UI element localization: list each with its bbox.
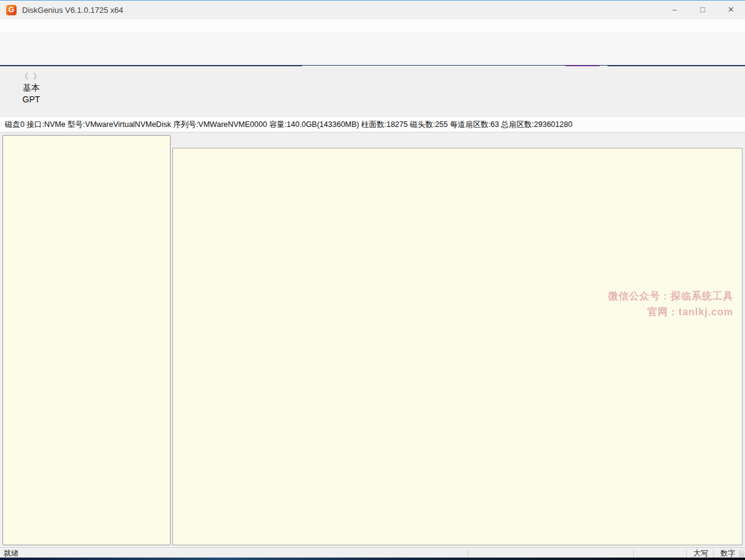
resize-grip[interactable] (738, 551, 744, 557)
watermark-line1: 微信公众号：探临系统工具 (608, 288, 733, 304)
right-panel: 微信公众号：探临系统工具 官网：tanlkj.com (172, 132, 743, 545)
taskbar-edge (0, 558, 745, 560)
watermark: 微信公众号：探临系统工具 官网：tanlkj.com (608, 288, 733, 320)
partition-parameters-content: 微信公众号：探临系统工具 官网：tanlkj.com (172, 148, 743, 545)
maximize-button[interactable]: □ (689, 1, 717, 19)
title-bar: G DiskGenius V6.1.0.1725 x64 – □ ✕ (0, 1, 745, 19)
app-logo-icon: G (6, 5, 17, 15)
minimize-button[interactable]: – (660, 1, 689, 19)
disk-graph-panel: 《 》 基本 GPT (0, 66, 745, 117)
diskgenius-window: G DiskGenius V6.1.0.1725 x64 – □ ✕ DiskG… (0, 0, 745, 560)
disk-partition-style: 基本 (14, 82, 49, 94)
toolbar: DiskGenius 团队为您服务 文件恢复 或数据恢复软件 扫码咨询 微信客服 (0, 33, 745, 66)
disk-nav-arrows[interactable]: 《 》 (14, 71, 49, 82)
disk-nav: 《 》 基本 GPT (14, 71, 49, 105)
watermark-line2: 官网：tanlkj.com (608, 304, 733, 320)
disk-info-line: 磁盘0 接口:NVMe 型号:VMwareVirtualNVMeDisk 序列号… (0, 117, 745, 132)
status-bar: 就绪 大写 数字 (0, 547, 745, 558)
menu-bar (0, 19, 745, 33)
disk-table-type: GPT (14, 94, 49, 105)
window-title: DiskGenius V6.1.0.1725 x64 (22, 6, 123, 15)
close-button[interactable]: ✕ (717, 1, 745, 19)
partition-tree-panel (2, 135, 171, 545)
